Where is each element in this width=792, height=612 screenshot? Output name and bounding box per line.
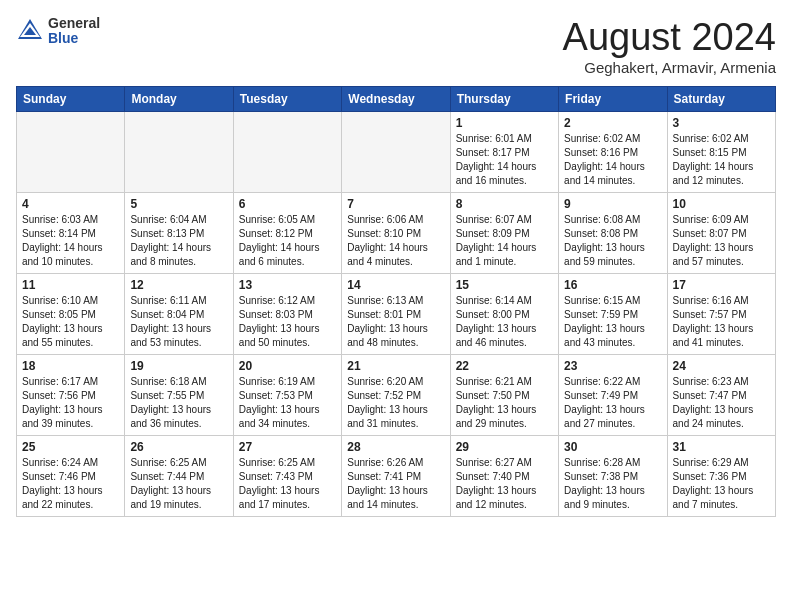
calendar-day-cell: 28Sunrise: 6:26 AM Sunset: 7:41 PM Dayli…: [342, 436, 450, 517]
calendar-day-cell: 5Sunrise: 6:04 AM Sunset: 8:13 PM Daylig…: [125, 193, 233, 274]
calendar-day-cell: 14Sunrise: 6:13 AM Sunset: 8:01 PM Dayli…: [342, 274, 450, 355]
calendar-day-cell: 15Sunrise: 6:14 AM Sunset: 8:00 PM Dayli…: [450, 274, 558, 355]
day-info: Sunrise: 6:25 AM Sunset: 7:44 PM Dayligh…: [130, 456, 227, 512]
calendar-day-cell: 9Sunrise: 6:08 AM Sunset: 8:08 PM Daylig…: [559, 193, 667, 274]
day-info: Sunrise: 6:24 AM Sunset: 7:46 PM Dayligh…: [22, 456, 119, 512]
calendar-day-cell: 13Sunrise: 6:12 AM Sunset: 8:03 PM Dayli…: [233, 274, 341, 355]
calendar-day-cell: 3Sunrise: 6:02 AM Sunset: 8:15 PM Daylig…: [667, 112, 775, 193]
calendar-day-cell: 18Sunrise: 6:17 AM Sunset: 7:56 PM Dayli…: [17, 355, 125, 436]
day-info: Sunrise: 6:12 AM Sunset: 8:03 PM Dayligh…: [239, 294, 336, 350]
logo-general-text: General: [48, 16, 100, 31]
day-number: 24: [673, 359, 770, 373]
calendar-day-cell: 20Sunrise: 6:19 AM Sunset: 7:53 PM Dayli…: [233, 355, 341, 436]
calendar-day-cell: 10Sunrise: 6:09 AM Sunset: 8:07 PM Dayli…: [667, 193, 775, 274]
day-number: 15: [456, 278, 553, 292]
day-info: Sunrise: 6:10 AM Sunset: 8:05 PM Dayligh…: [22, 294, 119, 350]
day-number: 20: [239, 359, 336, 373]
logo-blue-text: Blue: [48, 31, 100, 46]
day-info: Sunrise: 6:07 AM Sunset: 8:09 PM Dayligh…: [456, 213, 553, 269]
calendar-day-cell: 17Sunrise: 6:16 AM Sunset: 7:57 PM Dayli…: [667, 274, 775, 355]
day-info: Sunrise: 6:08 AM Sunset: 8:08 PM Dayligh…: [564, 213, 661, 269]
calendar-week-row: 25Sunrise: 6:24 AM Sunset: 7:46 PM Dayli…: [17, 436, 776, 517]
calendar-week-row: 18Sunrise: 6:17 AM Sunset: 7:56 PM Dayli…: [17, 355, 776, 436]
column-header-thursday: Thursday: [450, 87, 558, 112]
calendar-day-cell: 12Sunrise: 6:11 AM Sunset: 8:04 PM Dayli…: [125, 274, 233, 355]
day-number: 19: [130, 359, 227, 373]
day-info: Sunrise: 6:22 AM Sunset: 7:49 PM Dayligh…: [564, 375, 661, 431]
column-header-wednesday: Wednesday: [342, 87, 450, 112]
day-number: 12: [130, 278, 227, 292]
day-number: 14: [347, 278, 444, 292]
day-info: Sunrise: 6:15 AM Sunset: 7:59 PM Dayligh…: [564, 294, 661, 350]
day-info: Sunrise: 6:26 AM Sunset: 7:41 PM Dayligh…: [347, 456, 444, 512]
day-number: 7: [347, 197, 444, 211]
calendar-day-cell: 29Sunrise: 6:27 AM Sunset: 7:40 PM Dayli…: [450, 436, 558, 517]
day-info: Sunrise: 6:28 AM Sunset: 7:38 PM Dayligh…: [564, 456, 661, 512]
calendar-day-cell: 19Sunrise: 6:18 AM Sunset: 7:55 PM Dayli…: [125, 355, 233, 436]
day-info: Sunrise: 6:25 AM Sunset: 7:43 PM Dayligh…: [239, 456, 336, 512]
day-number: 29: [456, 440, 553, 454]
day-number: 13: [239, 278, 336, 292]
day-number: 26: [130, 440, 227, 454]
calendar-table: SundayMondayTuesdayWednesdayThursdayFrid…: [16, 86, 776, 517]
day-number: 27: [239, 440, 336, 454]
day-number: 9: [564, 197, 661, 211]
day-info: Sunrise: 6:17 AM Sunset: 7:56 PM Dayligh…: [22, 375, 119, 431]
logo[interactable]: General Blue: [16, 16, 100, 47]
calendar-week-row: 11Sunrise: 6:10 AM Sunset: 8:05 PM Dayli…: [17, 274, 776, 355]
day-number: 17: [673, 278, 770, 292]
day-info: Sunrise: 6:02 AM Sunset: 8:16 PM Dayligh…: [564, 132, 661, 188]
day-info: Sunrise: 6:01 AM Sunset: 8:17 PM Dayligh…: [456, 132, 553, 188]
calendar-day-cell: 22Sunrise: 6:21 AM Sunset: 7:50 PM Dayli…: [450, 355, 558, 436]
day-number: 18: [22, 359, 119, 373]
calendar-day-cell: 24Sunrise: 6:23 AM Sunset: 7:47 PM Dayli…: [667, 355, 775, 436]
day-number: 22: [456, 359, 553, 373]
day-info: Sunrise: 6:13 AM Sunset: 8:01 PM Dayligh…: [347, 294, 444, 350]
calendar-day-cell: 21Sunrise: 6:20 AM Sunset: 7:52 PM Dayli…: [342, 355, 450, 436]
month-title: August 2024: [563, 16, 776, 59]
day-info: Sunrise: 6:27 AM Sunset: 7:40 PM Dayligh…: [456, 456, 553, 512]
day-info: Sunrise: 6:04 AM Sunset: 8:13 PM Dayligh…: [130, 213, 227, 269]
column-header-friday: Friday: [559, 87, 667, 112]
location: Geghakert, Armavir, Armenia: [563, 59, 776, 76]
day-info: Sunrise: 6:09 AM Sunset: 8:07 PM Dayligh…: [673, 213, 770, 269]
column-header-monday: Monday: [125, 87, 233, 112]
day-number: 21: [347, 359, 444, 373]
calendar-day-cell: 4Sunrise: 6:03 AM Sunset: 8:14 PM Daylig…: [17, 193, 125, 274]
calendar-day-cell: [17, 112, 125, 193]
calendar-day-cell: 30Sunrise: 6:28 AM Sunset: 7:38 PM Dayli…: [559, 436, 667, 517]
day-info: Sunrise: 6:14 AM Sunset: 8:00 PM Dayligh…: [456, 294, 553, 350]
day-info: Sunrise: 6:21 AM Sunset: 7:50 PM Dayligh…: [456, 375, 553, 431]
column-header-sunday: Sunday: [17, 87, 125, 112]
calendar-day-cell: 25Sunrise: 6:24 AM Sunset: 7:46 PM Dayli…: [17, 436, 125, 517]
calendar-day-cell: [125, 112, 233, 193]
day-info: Sunrise: 6:06 AM Sunset: 8:10 PM Dayligh…: [347, 213, 444, 269]
day-number: 11: [22, 278, 119, 292]
day-number: 31: [673, 440, 770, 454]
day-info: Sunrise: 6:29 AM Sunset: 7:36 PM Dayligh…: [673, 456, 770, 512]
day-number: 8: [456, 197, 553, 211]
calendar-day-cell: 8Sunrise: 6:07 AM Sunset: 8:09 PM Daylig…: [450, 193, 558, 274]
day-info: Sunrise: 6:05 AM Sunset: 8:12 PM Dayligh…: [239, 213, 336, 269]
day-number: 2: [564, 116, 661, 130]
logo-icon: [16, 17, 44, 45]
column-header-saturday: Saturday: [667, 87, 775, 112]
calendar-day-cell: 11Sunrise: 6:10 AM Sunset: 8:05 PM Dayli…: [17, 274, 125, 355]
day-info: Sunrise: 6:16 AM Sunset: 7:57 PM Dayligh…: [673, 294, 770, 350]
calendar-week-row: 4Sunrise: 6:03 AM Sunset: 8:14 PM Daylig…: [17, 193, 776, 274]
calendar-day-cell: 6Sunrise: 6:05 AM Sunset: 8:12 PM Daylig…: [233, 193, 341, 274]
calendar-day-cell: 7Sunrise: 6:06 AM Sunset: 8:10 PM Daylig…: [342, 193, 450, 274]
day-info: Sunrise: 6:02 AM Sunset: 8:15 PM Dayligh…: [673, 132, 770, 188]
calendar-day-cell: [233, 112, 341, 193]
calendar-day-cell: 16Sunrise: 6:15 AM Sunset: 7:59 PM Dayli…: [559, 274, 667, 355]
day-number: 28: [347, 440, 444, 454]
calendar-header-row: SundayMondayTuesdayWednesdayThursdayFrid…: [17, 87, 776, 112]
calendar-day-cell: 26Sunrise: 6:25 AM Sunset: 7:44 PM Dayli…: [125, 436, 233, 517]
day-info: Sunrise: 6:19 AM Sunset: 7:53 PM Dayligh…: [239, 375, 336, 431]
column-header-tuesday: Tuesday: [233, 87, 341, 112]
page-header: General Blue August 2024 Geghakert, Arma…: [16, 16, 776, 76]
day-info: Sunrise: 6:03 AM Sunset: 8:14 PM Dayligh…: [22, 213, 119, 269]
day-number: 10: [673, 197, 770, 211]
day-info: Sunrise: 6:20 AM Sunset: 7:52 PM Dayligh…: [347, 375, 444, 431]
calendar-day-cell: 2Sunrise: 6:02 AM Sunset: 8:16 PM Daylig…: [559, 112, 667, 193]
